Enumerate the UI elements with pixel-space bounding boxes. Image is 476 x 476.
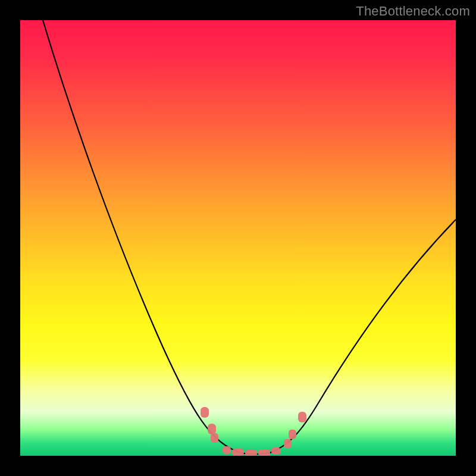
marker-dot [298, 412, 306, 422]
marker-dot [211, 433, 218, 443]
marker-dot [245, 450, 257, 456]
curve-left-branch [43, 20, 240, 453]
marker-dot [258, 449, 270, 456]
marker-dot [201, 407, 209, 418]
marker-dot [289, 430, 296, 439]
bottleneck-curve [20, 20, 456, 456]
marker-dot [284, 439, 292, 448]
marker-dot [223, 446, 231, 454]
marker-dot [232, 449, 244, 456]
chart-plot-area [20, 20, 456, 456]
curve-right-branch [270, 220, 456, 453]
watermark-text: TheBottleneck.com [356, 4, 470, 19]
marker-dot [271, 447, 281, 455]
marker-dot [208, 424, 216, 434]
